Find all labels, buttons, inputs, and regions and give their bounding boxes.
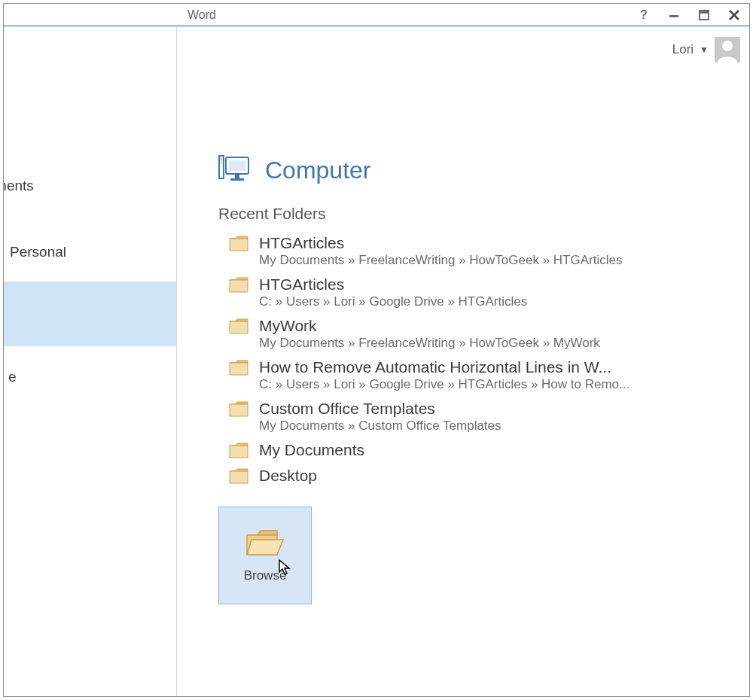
restore-icon (698, 9, 710, 21)
svg-rect-1 (669, 15, 678, 17)
folder-name: HTGArticles (259, 275, 726, 294)
recent-folders-list: HTGArticles My Documents » FreelanceWrit… (218, 230, 734, 488)
folder-icon (229, 236, 248, 252)
svg-rect-14 (230, 178, 244, 181)
recent-folder-item[interactable]: HTGArticles C: » Users » Lori » Google D… (218, 272, 734, 313)
svg-rect-3 (700, 11, 709, 14)
title-bar: Word ? (4, 4, 749, 26)
folder-icon (229, 360, 248, 376)
folder-icon (229, 443, 248, 459)
sidebar-item-partial[interactable]: e (4, 361, 176, 393)
folder-name: Custom Office Templates (259, 400, 726, 418)
folder-name: Desktop (259, 467, 726, 485)
folder-name: MyWork (259, 317, 726, 335)
folder-open-icon (244, 528, 286, 561)
main-pane: Computer Recent Folders HTGArticles My D… (178, 27, 749, 696)
minimize-button[interactable] (659, 4, 689, 26)
browse-button[interactable]: Browse (218, 507, 312, 604)
recent-folder-item[interactable]: Custom Office Templates My Documents » C… (218, 396, 734, 437)
folder-path: C: » Users » Lori » Google Drive » HTGAr… (259, 294, 726, 309)
recent-folder-item[interactable]: How to Remove Automatic Horizontal Lines… (218, 355, 734, 396)
sidebar-item-selected[interactable] (4, 282, 176, 346)
folder-path: C: » Users » Lori » Google Drive » HTGAr… (259, 377, 726, 392)
app-title: Word (187, 8, 216, 22)
heading-label: Computer (265, 157, 371, 184)
computer-icon (218, 155, 252, 185)
sidebar-item-label: cuments (4, 178, 34, 193)
sidebar-item-label: e (8, 369, 17, 385)
folder-path: My Documents » FreelanceWriting » HowToG… (259, 253, 726, 268)
close-icon (728, 9, 740, 21)
cursor-icon (278, 558, 293, 577)
sidebar-item-label: Personal (10, 244, 66, 260)
folder-icon (229, 468, 248, 485)
places-sidebar: cuments Personal e (4, 27, 177, 696)
recent-folder-item[interactable]: My Documents (218, 437, 734, 463)
minimize-icon (668, 9, 680, 21)
folder-name: My Documents (259, 441, 726, 459)
recent-folder-item[interactable]: Desktop (218, 463, 734, 488)
folder-icon (229, 318, 248, 335)
folder-path: My Documents » FreelanceWriting » HowToG… (259, 336, 726, 351)
folder-icon (229, 401, 248, 418)
location-heading: Computer (218, 155, 734, 185)
folder-icon (229, 277, 248, 294)
help-button[interactable]: ? (629, 4, 659, 26)
svg-rect-12 (229, 160, 245, 171)
svg-rect-13 (235, 174, 239, 178)
help-icon: ? (638, 9, 650, 21)
recent-folder-item[interactable]: MyWork My Documents » FreelanceWriting »… (218, 313, 734, 355)
close-button[interactable] (719, 4, 749, 26)
svg-text:?: ? (640, 9, 648, 21)
recent-folders-label: Recent Folders (218, 205, 734, 223)
folder-name: How to Remove Automatic Horizontal Lines… (259, 358, 726, 376)
recent-folder-item[interactable]: HTGArticles My Documents » FreelanceWrit… (218, 230, 734, 272)
folder-name: HTGArticles (259, 234, 726, 252)
folder-path: My Documents » Custom Office Templates (259, 418, 726, 434)
sidebar-item-personal[interactable]: Personal (4, 236, 176, 268)
sidebar-item-documents[interactable]: cuments (4, 170, 176, 202)
restore-button[interactable] (689, 4, 719, 26)
